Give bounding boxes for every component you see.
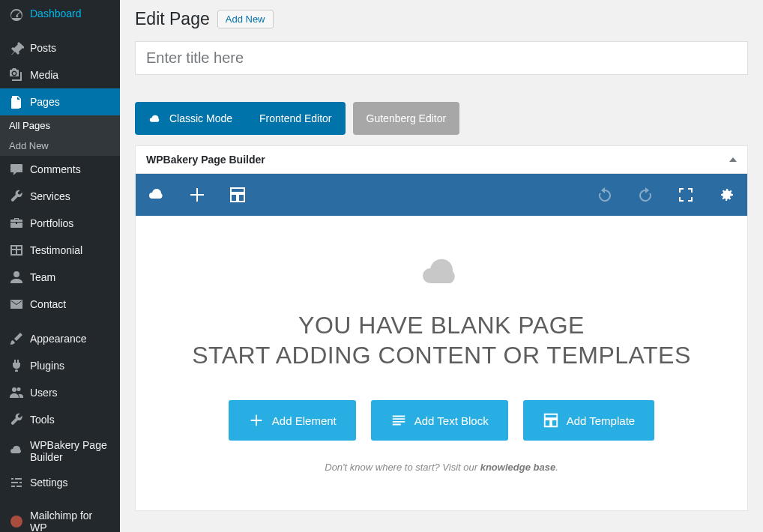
plus-icon <box>248 412 265 429</box>
sidebar-item-label: Media <box>30 69 58 81</box>
cloud-icon <box>9 444 24 459</box>
panel-title: WPBakery Page Builder <box>146 154 265 166</box>
sidebar-item-label: Pages <box>30 96 60 108</box>
cta-row: Add Element Add Text Block Add Template <box>166 400 717 441</box>
gear-icon[interactable] <box>717 186 735 204</box>
sidebar-item-services[interactable]: Services <box>0 183 120 210</box>
sidebar-item-wpbakery[interactable]: WPBakery Page Builder <box>0 433 120 469</box>
separator <box>0 318 120 325</box>
templates-icon[interactable] <box>229 186 247 204</box>
main-content: Edit Page Add New Classic Mode Frontend … <box>120 0 763 532</box>
pages-icon <box>9 94 24 109</box>
sidebar-item-users[interactable]: Users <box>0 379 120 406</box>
user-icon <box>9 270 24 285</box>
sidebar-item-label: Plugins <box>30 360 64 372</box>
sidebar-item-label: Testimonial <box>30 244 82 256</box>
template-icon <box>543 412 559 429</box>
separator <box>0 27 120 34</box>
sidebar-item-label: Team <box>30 271 55 283</box>
sidebar-item-label: Comments <box>30 163 81 175</box>
sidebar-item-label: Appearance <box>30 333 87 345</box>
wpbakery-tabs: Classic Mode Frontend Editor <box>135 102 346 135</box>
cloud-icon <box>148 113 162 124</box>
sidebar-item-portfolios[interactable]: Portfolios <box>0 210 120 237</box>
sidebar-item-media[interactable]: Media <box>0 61 120 88</box>
sidebar-item-label: Services <box>30 190 70 202</box>
admin-sidebar: Dashboard Posts Media Pages All Pages Ad… <box>0 0 120 532</box>
mailchimp-icon <box>9 514 24 529</box>
wpbakery-panel: WPBakery Page Builder YOU HAVE BLANK PAG… <box>135 145 748 511</box>
dashboard-icon <box>9 6 24 21</box>
sidebar-item-label: Users <box>30 387 58 399</box>
cloud-placeholder-icon <box>419 253 464 288</box>
sidebar-item-label: Mailchimp for WP <box>30 510 111 532</box>
wrench-icon <box>9 412 24 427</box>
sidebar-sub-add-new[interactable]: Add New <box>0 136 120 156</box>
sidebar-item-label: Dashboard <box>30 7 82 19</box>
sidebar-item-label: Tools <box>30 414 55 426</box>
sidebar-submenu-pages: All Pages Add New <box>0 115 120 156</box>
pin-icon <box>9 40 24 55</box>
collapse-triangle-icon <box>729 157 737 162</box>
sidebar-item-dashboard[interactable]: Dashboard <box>0 0 120 27</box>
add-template-button[interactable]: Add Template <box>523 400 654 441</box>
wpbakery-logo-icon[interactable] <box>148 186 166 204</box>
tab-gutenberg-editor[interactable]: Gutenberg Editor <box>353 102 460 135</box>
page-title: Edit Page <box>135 9 210 29</box>
comment-icon <box>9 162 24 177</box>
separator <box>0 496 120 504</box>
grid-icon <box>9 243 24 258</box>
tab-frontend-editor[interactable]: Frontend Editor <box>246 102 346 135</box>
blank-content-area: YOU HAVE BLANK PAGE START ADDING CONTENT… <box>136 216 747 510</box>
add-new-button[interactable]: Add New <box>217 10 274 28</box>
sidebar-item-label: WPBakery Page Builder <box>30 439 111 463</box>
sliders-icon <box>9 475 24 490</box>
sidebar-item-tools[interactable]: Tools <box>0 406 120 433</box>
sidebar-item-label: Contact <box>30 298 66 310</box>
knowledge-base-hint: Don't know where to start? Visit our kno… <box>166 462 717 473</box>
page-header: Edit Page Add New <box>135 0 748 41</box>
users-icon <box>9 385 24 400</box>
blank-heading: YOU HAVE BLANK PAGE START ADDING CONTENT… <box>166 310 717 370</box>
brush-icon <box>9 331 24 346</box>
sidebar-item-comments[interactable]: Comments <box>0 156 120 183</box>
svg-point-0 <box>10 516 22 528</box>
editor-mode-tabs: Classic Mode Frontend Editor Gutenberg E… <box>135 102 748 135</box>
panel-header[interactable]: WPBakery Page Builder <box>136 146 747 174</box>
tab-classic-mode[interactable]: Classic Mode <box>135 102 246 135</box>
sidebar-item-contact[interactable]: Contact <box>0 291 120 318</box>
redo-icon[interactable] <box>636 186 654 204</box>
title-input[interactable] <box>135 41 748 75</box>
sidebar-item-settings[interactable]: Settings <box>0 469 120 496</box>
sidebar-item-label: Portfolios <box>30 217 73 229</box>
wrench-icon <box>9 189 24 204</box>
add-text-block-button[interactable]: Add Text Block <box>371 400 508 441</box>
sidebar-item-pages[interactable]: Pages <box>0 88 120 115</box>
sidebar-item-plugins[interactable]: Plugins <box>0 352 120 379</box>
sidebar-item-testimonial[interactable]: Testimonial <box>0 237 120 264</box>
fullscreen-icon[interactable] <box>677 186 695 204</box>
text-lines-icon <box>390 412 407 429</box>
undo-icon[interactable] <box>596 186 614 204</box>
sidebar-item-label: Settings <box>30 477 68 489</box>
mail-icon <box>9 297 24 312</box>
sidebar-item-appearance[interactable]: Appearance <box>0 325 120 352</box>
sidebar-item-posts[interactable]: Posts <box>0 34 120 61</box>
add-element-icon[interactable] <box>188 186 206 204</box>
knowledge-base-link[interactable]: knowledge base <box>480 462 555 473</box>
media-icon <box>9 67 24 82</box>
sidebar-sub-all-pages[interactable]: All Pages <box>0 115 120 136</box>
add-element-button[interactable]: Add Element <box>229 400 356 441</box>
sidebar-item-label: Posts <box>30 42 56 54</box>
sidebar-item-mailchimp[interactable]: Mailchimp for WP <box>0 504 120 532</box>
sidebar-item-team[interactable]: Team <box>0 264 120 291</box>
plug-icon <box>9 358 24 373</box>
portfolio-icon <box>9 216 24 231</box>
builder-toolbar <box>136 174 747 216</box>
